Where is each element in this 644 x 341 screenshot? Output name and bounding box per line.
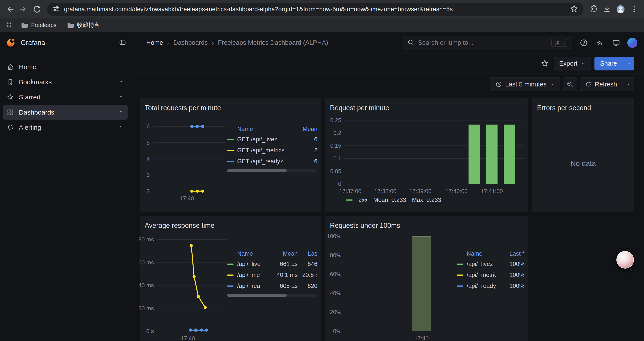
request-per-minute-chart[interactable]: 0.250.20.150.10.05017:37:0017:38:0017:39… <box>329 118 526 194</box>
header-icons <box>572 37 644 49</box>
series-name[interactable]: /api/_metrics <box>467 272 496 278</box>
news-rss-icon[interactable] <box>594 37 606 49</box>
series-name[interactable]: GET /api/_metrics <box>237 147 293 154</box>
floating-avatar[interactable] <box>616 251 634 269</box>
series-name[interactable]: 2xx <box>358 197 368 203</box>
average-response-time-chart[interactable]: 80 ms60 ms40 ms20 ms0 s17:40 <box>140 236 228 341</box>
series-color-dash <box>456 274 463 276</box>
panel-title[interactable]: Request per minute <box>330 104 389 112</box>
svg-text:0.05: 0.05 <box>330 168 341 174</box>
url-text[interactable]: grafana.mathmast.com/d/deytv4rwavabkb/fr… <box>64 6 570 13</box>
legend-row: /api/_readyz 605 µs 620 <box>227 280 318 291</box>
bookmark-folder-blogs[interactable]: 收藏博客 <box>63 20 103 31</box>
chevron-down-icon[interactable] <box>118 124 124 131</box>
brand-zone: Grafana <box>0 32 131 54</box>
svg-text:17:40: 17:40 <box>414 335 428 341</box>
series-name[interactable]: /api/_livez <box>467 261 496 267</box>
bookmark-star-icon[interactable] <box>570 4 579 14</box>
chevron-down-icon[interactable] <box>118 78 124 86</box>
series-name[interactable]: /api/_metrics <box>237 272 260 278</box>
series-name[interactable]: /api/_livez <box>237 261 260 267</box>
dock-menu-icon[interactable] <box>118 38 126 47</box>
legend-col-name[interactable]: Name <box>227 250 260 257</box>
svg-text:17:39:00: 17:39:00 <box>409 188 432 194</box>
chevron-down-icon <box>626 82 631 87</box>
legend-scrollbar[interactable] <box>227 169 318 172</box>
share-menu-button[interactable] <box>623 57 634 71</box>
svg-text:80 ms: 80 ms <box>138 236 154 243</box>
sidebar-item-label: Starred <box>19 94 40 101</box>
user-avatar[interactable] <box>626 37 638 49</box>
reload-icon[interactable] <box>31 3 44 16</box>
scrollbar-thumb[interactable] <box>227 169 287 172</box>
svg-text:17:40:00: 17:40:00 <box>446 188 468 194</box>
sidebar-item-bookmarks[interactable]: Bookmarks <box>3 75 128 89</box>
share-button[interactable]: Share <box>594 57 623 71</box>
legend-col-last[interactable]: Las <box>298 250 318 257</box>
svg-text:0%: 0% <box>333 328 341 334</box>
legend-col-name[interactable]: Name <box>227 126 293 133</box>
legend-table: Name Last * /api/_livez 100% /api/_metri… <box>456 249 524 291</box>
series-name[interactable]: /api/_readyz <box>237 283 260 289</box>
series-name[interactable]: GET /api/_readyz <box>237 158 293 165</box>
svg-text:17:41:00: 17:41:00 <box>481 188 503 194</box>
export-button[interactable]: Export <box>554 57 591 71</box>
search-input[interactable] <box>418 39 548 47</box>
series-color-dash <box>227 161 234 162</box>
favorite-star-icon[interactable] <box>539 58 550 70</box>
scrollbar-thumb[interactable] <box>227 294 287 297</box>
help-icon[interactable] <box>578 37 590 49</box>
browser-menu-icon[interactable] <box>628 3 640 16</box>
legend-col-mean[interactable]: Mean <box>260 250 298 257</box>
panel-title[interactable]: Average response time <box>145 222 214 229</box>
sidebar-item-alerting[interactable]: Alerting <box>3 120 128 135</box>
panel-title[interactable]: Errors per second <box>537 104 591 112</box>
chevron-down-icon[interactable] <box>118 109 124 116</box>
series-color-dash <box>227 263 234 265</box>
sidebar-item-starred[interactable]: Starred <box>3 90 128 104</box>
refresh-button[interactable]: Refresh <box>580 77 622 91</box>
back-icon[interactable] <box>4 3 16 16</box>
zoom-out-button[interactable] <box>563 77 577 91</box>
grafana-logo[interactable] <box>6 37 16 48</box>
bookmark-label: 收藏博客 <box>77 21 100 29</box>
bookmark-folder-freeleaps[interactable]: Freeleaps <box>17 20 60 31</box>
legend-col-mean[interactable]: Mean <box>293 126 318 133</box>
series-mean: 661 µs <box>260 261 298 267</box>
share-split-button: Share <box>594 57 634 71</box>
legend-col-name[interactable]: Name <box>456 250 496 257</box>
svg-text:3: 3 <box>147 172 150 178</box>
site-info-icon[interactable] <box>52 4 61 14</box>
forward-icon[interactable] <box>17 3 30 16</box>
requests-under-100ms-chart[interactable]: 100%80%60%40%20%0%17:40 <box>329 234 455 341</box>
apps-grid-icon[interactable] <box>4 20 14 30</box>
refresh-interval-button[interactable] <box>622 77 634 91</box>
legend-scrollbar[interactable] <box>227 294 318 297</box>
address-bar[interactable]: grafana.mathmast.com/d/deytv4rwavabkb/fr… <box>47 3 584 16</box>
sidebar-item-home[interactable]: Home <box>3 60 128 74</box>
monitor-icon[interactable] <box>610 37 622 49</box>
chevron-down-icon[interactable] <box>118 94 124 101</box>
breadcrumb-home[interactable]: Home <box>146 39 163 46</box>
folder-icon <box>20 21 28 30</box>
series-color-dash <box>227 274 234 276</box>
dashboards-grid-icon <box>6 109 14 116</box>
downloads-icon[interactable] <box>600 3 613 16</box>
legend-row: /api/_metrics 100% <box>456 269 524 280</box>
total-requests-chart[interactable]: 6543217:40 <box>141 122 227 205</box>
legend-row: GET /api/_livez 6 <box>227 134 318 145</box>
time-range-picker[interactable]: Last 5 minutes <box>490 77 560 91</box>
sidebar-item-dashboards[interactable]: Dashboards <box>3 105 128 120</box>
legend-row: GET /api/_metrics 2 <box>227 145 318 156</box>
profile-avatar-icon[interactable] <box>614 3 627 16</box>
panel-title[interactable]: Requests under 100ms <box>330 222 400 229</box>
search-bar[interactable]: ⌘+k <box>403 36 572 50</box>
breadcrumb-dashboards[interactable]: Dashboards <box>174 39 208 46</box>
panel-title[interactable]: Total requests per minute <box>145 104 221 112</box>
chevron-down-icon <box>581 61 586 66</box>
series-color-dash <box>456 285 463 286</box>
series-name[interactable]: GET /api/_livez <box>237 136 293 143</box>
extensions-icon[interactable] <box>587 3 600 16</box>
legend-col-last[interactable]: Last * <box>496 250 524 257</box>
series-name[interactable]: /api/_readyz <box>467 283 496 289</box>
